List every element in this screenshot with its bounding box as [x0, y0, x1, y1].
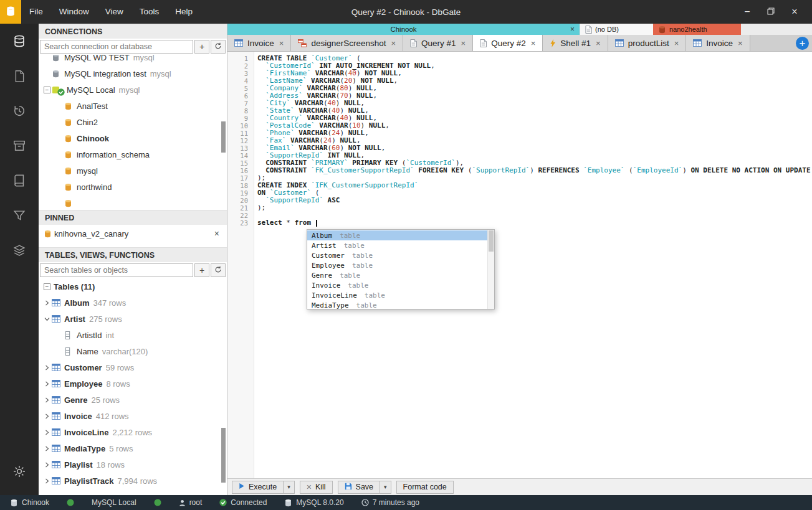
chevron-right-icon[interactable] [42, 300, 52, 306]
close-tab-icon[interactable]: × [531, 39, 536, 48]
object-customer[interactable]: Customer59 rows [39, 359, 227, 375]
connections-scrollbar[interactable] [221, 121, 226, 153]
object-album[interactable]: Album347 rows [39, 295, 227, 311]
gear-icon[interactable] [0, 454, 39, 489]
object-playlisttrack[interactable]: PlaylistTrack7,994 rows [39, 473, 227, 489]
connection-item[interactable] [39, 195, 227, 210]
chevron-right-icon[interactable] [42, 397, 52, 403]
autocomplete-item-customer[interactable]: Customertable [307, 250, 487, 260]
collapse-expander-icon[interactable]: − [42, 87, 52, 93]
chevron-right-icon[interactable] [42, 381, 52, 387]
execute-dropdown-button[interactable]: ▾ [284, 481, 295, 494]
menu-tools[interactable]: Tools [131, 0, 168, 24]
connection-chinook[interactable]: Chinook [39, 130, 227, 146]
filter-icon[interactable] [0, 198, 39, 233]
connection-information-schema[interactable]: information_schema [39, 146, 227, 163]
layers-icon[interactable] [0, 233, 39, 268]
autocomplete-item-invoice[interactable]: Invoicetable [307, 280, 487, 290]
execute-button[interactable]: Execute [232, 481, 284, 494]
autocomplete-item-mediatype[interactable]: MediaTypetable [307, 300, 487, 310]
status-indicator[interactable] [154, 499, 161, 506]
save-dropdown-button[interactable]: ▾ [380, 481, 391, 494]
tab-designerscreenshot[interactable]: designerScreenshot× [291, 35, 403, 51]
menu-help[interactable]: Help [167, 0, 201, 24]
autocomplete-scrollbar[interactable] [487, 230, 494, 309]
close-tab-group-icon[interactable]: × [570, 25, 575, 34]
autocomplete-item-artist[interactable]: Artisttable [307, 240, 487, 250]
autocomplete-item-employee[interactable]: Employeetable [307, 260, 487, 270]
autocomplete-item-album[interactable]: Albumtable [307, 230, 487, 240]
book-icon[interactable] [0, 163, 39, 198]
object-genre[interactable]: Genre25 rows [39, 392, 227, 408]
menu-view[interactable]: View [97, 0, 131, 24]
chevron-right-icon[interactable] [42, 365, 52, 371]
tab-group-no-db[interactable]: (no DB) [580, 24, 653, 35]
connection-mysql-local[interactable]: −MySQL Localmysql [39, 82, 227, 98]
chevron-down-icon[interactable] [42, 317, 52, 321]
file-icon[interactable] [0, 59, 39, 93]
autocomplete-item-invoiceline[interactable]: InvoiceLinetable [307, 290, 487, 300]
close-tab-icon[interactable]: × [738, 39, 743, 48]
tab-productlist[interactable]: productList× [608, 35, 687, 51]
connection-mysql-wd-test[interactable]: MySQL WD TESTmysql [39, 55, 227, 65]
connection-search-input[interactable] [40, 40, 193, 54]
connection-northwind[interactable]: northwind [39, 179, 227, 195]
archive-icon[interactable] [0, 128, 39, 163]
format-code-button[interactable]: Format code [396, 481, 454, 494]
chevron-right-icon[interactable] [42, 462, 52, 468]
status-connection-color[interactable] [67, 499, 74, 506]
save-button[interactable]: Save [338, 481, 381, 494]
tab-query-1[interactable]: Query #1× [403, 35, 473, 51]
database-icon[interactable] [0, 24, 39, 59]
sql-editor[interactable]: 1234567891011121314151617181920212223 CR… [227, 52, 812, 478]
close-tab-icon[interactable]: × [279, 39, 284, 48]
connection-analtest[interactable]: AnalTest [39, 98, 227, 114]
autocomplete-item-genre[interactable]: Genretable [307, 270, 487, 280]
chevron-right-icon[interactable] [42, 446, 52, 451]
tab-group-nano2health[interactable]: nano2health [653, 24, 741, 35]
object-artistid[interactable]: ArtistIdint [39, 327, 227, 343]
connection-mysql[interactable]: mysql [39, 163, 227, 179]
menu-file[interactable]: File [21, 0, 51, 24]
status-connection[interactable]: MySQL Local [92, 498, 136, 507]
close-tab-icon[interactable]: × [674, 39, 679, 48]
close-window-button[interactable]: × [787, 4, 802, 19]
chevron-right-icon[interactable] [42, 430, 52, 435]
connection-chin2[interactable]: Chin2 [39, 114, 227, 130]
collapse-expander-icon[interactable]: − [42, 283, 52, 290]
pinned-item-knihovna-v2-canary[interactable]: knihovna_v2_canary× [39, 225, 227, 242]
tab-invoice[interactable]: Invoice× [686, 35, 750, 51]
status-last-activity[interactable]: 7 minutes ago [361, 498, 419, 507]
object-name[interactable]: Namevarchar(120) [39, 343, 227, 359]
history-icon[interactable] [0, 93, 39, 128]
menu-window[interactable]: Window [51, 0, 97, 24]
close-tab-icon[interactable]: × [461, 39, 466, 48]
status-connected[interactable]: Connected [219, 498, 267, 507]
object-mediatype[interactable]: MediaType5 rows [39, 440, 227, 456]
object-employee[interactable]: Employee8 rows [39, 375, 227, 392]
objects-search-input[interactable] [40, 263, 193, 277]
object-invoice[interactable]: Invoice412 rows [39, 408, 227, 424]
tables-root[interactable]: −Tables (11) [39, 278, 227, 295]
new-tab-button[interactable]: + [796, 37, 809, 50]
tab-query-2[interactable]: Query #2× [473, 35, 543, 51]
tab-shell-1[interactable]: Shell #1× [543, 35, 608, 51]
object-invoiceline[interactable]: InvoiceLine2,212 rows [39, 424, 227, 440]
unpin-icon[interactable]: × [214, 229, 227, 238]
add-connection-button[interactable]: + [194, 40, 209, 54]
object-artist[interactable]: Artist275 rows [39, 311, 227, 327]
scrollbar-thumb[interactable] [489, 230, 494, 252]
tab-group-chinook[interactable]: Chinook × [227, 24, 580, 35]
status-user[interactable]: root [179, 498, 203, 507]
object-playlist[interactable]: Playlist18 rows [39, 456, 227, 473]
minimize-button[interactable]: − [740, 4, 755, 19]
chevron-right-icon[interactable] [42, 413, 52, 419]
kill-button[interactable]: ×Kill [300, 481, 333, 494]
connection-mysql-integration-test[interactable]: MySQL integration testmysql [39, 65, 227, 82]
objects-scrollbar[interactable] [221, 428, 226, 483]
tab-invoice[interactable]: Invoice× [227, 35, 291, 51]
status-database[interactable]: Chinook [10, 498, 49, 507]
chevron-right-icon[interactable] [42, 478, 52, 484]
status-server-version[interactable]: MySQL 8.0.20 [284, 498, 343, 507]
add-object-button[interactable]: + [194, 263, 209, 277]
